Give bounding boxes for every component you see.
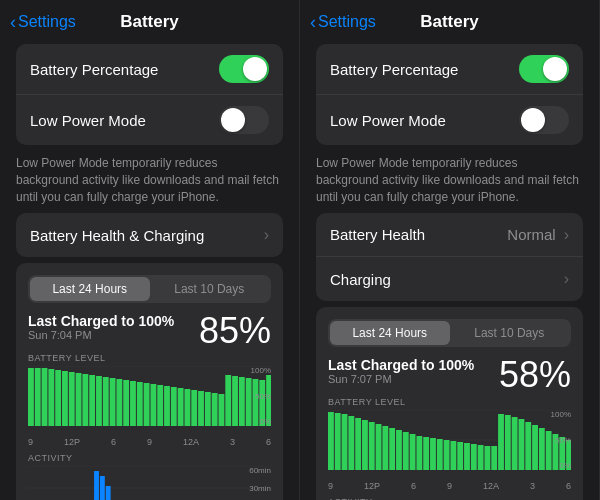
svg-rect-49: [335, 413, 341, 470]
low-power-note-left: Low Power Mode temporarily reduces backg…: [0, 151, 299, 213]
pct-100-left: 100%: [251, 366, 271, 375]
tab-24h-left[interactable]: Last 24 Hours: [30, 277, 150, 301]
charging-row-right[interactable]: Charging ›: [316, 257, 583, 301]
svg-rect-33: [232, 376, 238, 426]
panel-right: ‹ Settings Battery Battery Percentage Lo…: [300, 0, 600, 500]
svg-rect-44: [106, 486, 111, 500]
svg-rect-3: [28, 368, 34, 426]
svg-rect-58: [396, 430, 402, 470]
battery-percentage-label-right: Battery Percentage: [330, 61, 458, 78]
health-chevron-left: ›: [264, 226, 269, 244]
panel-left: ‹ Settings Battery Battery Percentage Lo…: [0, 0, 300, 500]
min-30-left: 30min: [249, 484, 271, 493]
charge-info-right: Last Charged to 100% Sun 7:07 PM: [328, 357, 474, 385]
svg-rect-70: [478, 445, 484, 470]
battery-svg-right: [328, 410, 571, 470]
toggles-group-left: Battery Percentage Low Power Mode: [16, 44, 283, 145]
svg-rect-26: [184, 389, 190, 426]
header-right: ‹ Settings Battery: [300, 0, 599, 44]
activity-section-left: ACTIVITY 60min 30min 0min: [28, 453, 271, 500]
svg-rect-74: [505, 415, 511, 470]
low-power-row-left: Low Power Mode: [16, 95, 283, 145]
svg-rect-56: [382, 426, 388, 470]
chart-container-left: Last 24 Hours Last 10 Days Last Charged …: [16, 263, 283, 500]
bar-chart-right: 100% 50% 0%: [328, 410, 571, 480]
health-group-left: Battery Health & Charging ›: [16, 213, 283, 257]
health-value-right: Normal: [507, 226, 555, 243]
svg-rect-78: [532, 425, 538, 470]
pct-labels-right: 100% 50% 0%: [551, 410, 571, 470]
activity-label-left: ACTIVITY: [28, 453, 271, 463]
battery-label-right: BATTERY LEVEL: [328, 397, 571, 407]
battery-percentage-label-left: Battery Percentage: [30, 61, 158, 78]
battery-percentage-row-left: Battery Percentage: [16, 44, 283, 95]
battery-percentage-toggle-left[interactable]: [219, 55, 269, 83]
svg-rect-50: [342, 414, 348, 470]
svg-rect-4: [35, 368, 41, 426]
low-power-toggle-right[interactable]: [519, 106, 569, 134]
time-labels-right: 9 12P 6 9 12A 3 6: [328, 481, 571, 491]
battery-label-left: BATTERY LEVEL: [28, 353, 271, 363]
scroll-left: Battery Percentage Low Power Mode Low Po…: [0, 44, 299, 500]
svg-rect-32: [225, 375, 231, 426]
pct-100-right: 100%: [551, 410, 571, 419]
svg-rect-22: [157, 385, 163, 426]
svg-rect-55: [376, 424, 382, 470]
health-row-right[interactable]: Battery Health Normal ›: [316, 213, 583, 257]
svg-rect-19: [137, 382, 143, 426]
svg-rect-24: [171, 387, 177, 426]
chart-tabs-left: Last 24 Hours Last 10 Days: [28, 275, 271, 303]
svg-rect-68: [464, 443, 470, 470]
svg-rect-17: [123, 380, 129, 426]
page-title-left: Battery: [120, 12, 179, 32]
svg-rect-6: [48, 369, 54, 426]
svg-rect-12: [89, 375, 95, 426]
svg-rect-53: [362, 420, 368, 470]
pct-labels-left: 100% 50% 0%: [251, 366, 271, 426]
svg-rect-23: [164, 386, 170, 426]
time-labels-left: 9 12P 6 9 12A 3 6: [28, 437, 271, 447]
low-power-toggle-left[interactable]: [219, 106, 269, 134]
health-label-left: Battery Health & Charging: [30, 227, 204, 244]
svg-rect-72: [491, 446, 497, 470]
page-title-right: Battery: [420, 12, 479, 32]
svg-rect-18: [130, 381, 136, 426]
svg-rect-75: [512, 417, 518, 470]
svg-rect-57: [389, 428, 395, 470]
min-60-left: 60min: [249, 466, 271, 475]
back-button-left[interactable]: ‹ Settings: [10, 13, 76, 31]
header-left: ‹ Settings Battery: [0, 0, 299, 44]
back-button-right[interactable]: ‹ Settings: [310, 13, 376, 31]
toggle-knob: [243, 57, 267, 81]
svg-rect-9: [69, 372, 75, 426]
health-row-left[interactable]: Battery Health & Charging ›: [16, 213, 283, 257]
pct-0-right: 0%: [559, 461, 571, 470]
scroll-right: Battery Percentage Low Power Mode Low Po…: [300, 44, 599, 500]
svg-rect-43: [100, 476, 105, 500]
svg-rect-76: [519, 419, 525, 470]
svg-rect-59: [403, 432, 409, 470]
svg-rect-16: [116, 379, 122, 426]
tab-10d-left[interactable]: Last 10 Days: [150, 277, 270, 301]
svg-rect-7: [55, 370, 61, 426]
toggles-group-right: Battery Percentage Low Power Mode: [316, 44, 583, 145]
tab-24h-right[interactable]: Last 24 Hours: [330, 321, 450, 345]
pct-50-left: 50%: [255, 392, 271, 401]
health-chevron-right: ›: [564, 226, 569, 244]
toggle-knob-4: [521, 108, 545, 132]
back-chevron-right: ‹: [310, 13, 316, 31]
svg-rect-48: [328, 412, 334, 470]
svg-rect-60: [410, 434, 416, 470]
svg-rect-79: [539, 428, 545, 470]
svg-rect-73: [498, 414, 504, 470]
charge-day-right: Sun 7:07 PM: [328, 373, 474, 385]
activity-chart-left: 60min 30min 0min: [28, 466, 271, 500]
svg-rect-13: [96, 376, 102, 426]
svg-rect-63: [430, 438, 436, 470]
tab-10d-right[interactable]: Last 10 Days: [450, 321, 570, 345]
svg-rect-66: [450, 441, 456, 470]
svg-rect-64: [437, 439, 443, 470]
activity-svg-left: [28, 466, 271, 500]
charge-title-left: Last Charged to 100%: [28, 313, 174, 329]
battery-percentage-toggle-right[interactable]: [519, 55, 569, 83]
